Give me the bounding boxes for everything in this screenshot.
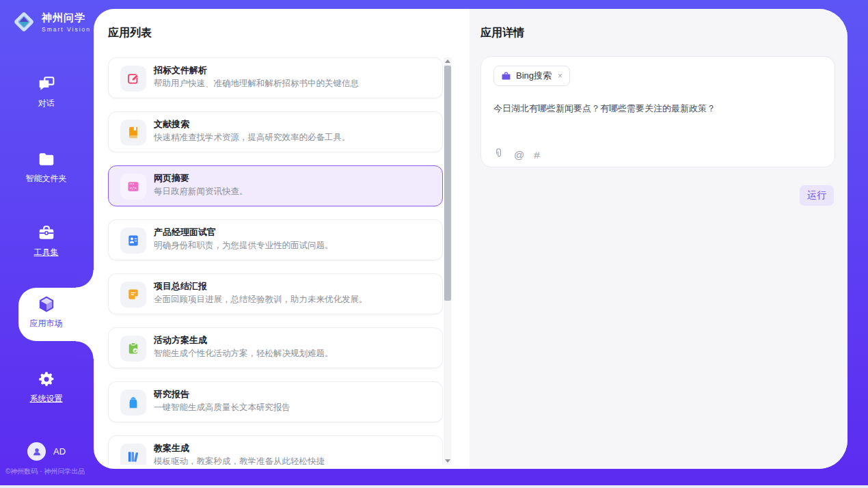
account-entry[interactable]: AD <box>27 442 66 461</box>
sidebar-item-label: 对话 <box>38 98 55 109</box>
app-card-web-summary-selected[interactable]: </> 网页摘要 每日政府新闻资讯快查。 <box>108 165 443 206</box>
card-title: 文献搜索 <box>154 118 189 131</box>
card-description: 模板驱动，教案秒成，教学准备从此轻松快捷 <box>154 456 325 465</box>
sidebar-item-label: 智能文件夹 <box>26 173 67 185</box>
app-detail-panel: 应用详情 Bing搜索 × 今日湖北有哪些新闻要点？有哪些需要关注的最新政策？ … <box>470 9 847 469</box>
app-card-project-summary[interactable]: 项目总结汇报 全面回顾项目进展，总结经验教训，助力未来优化发展。 <box>108 273 443 314</box>
scroll-up-icon[interactable] <box>445 59 450 63</box>
card-title: 产品经理面试官 <box>154 226 216 239</box>
list-scrollbar[interactable] <box>444 57 452 465</box>
app-card-research-report[interactable]: 研究报告 一键智能生成高质量长文本研究报告 <box>108 381 443 422</box>
app-window: 神州问学 Smart Vision 对话 智能文件夹 <box>0 0 868 488</box>
sticky-note-icon <box>120 282 146 308</box>
detail-panel-title: 应用详情 <box>480 26 524 40</box>
run-button[interactable]: 运行 <box>800 185 834 206</box>
app-card-activity-plan[interactable]: 活动方案生成 智能生成个性化活动方案，轻松解决规划难题。 <box>108 327 443 368</box>
sidebar-item-app-market[interactable]: 应用市场 <box>0 295 92 329</box>
brand-logo: 神州问学 Smart Vision <box>11 9 91 35</box>
card-title: 活动方案生成 <box>154 334 207 347</box>
tool-tag-bing-search[interactable]: Bing搜索 × <box>493 66 570 86</box>
card-description: 一键智能生成高质量长文本研究报告 <box>154 402 290 414</box>
card-description: 每日政府新闻资讯快查。 <box>154 186 248 198</box>
sidebar-item-toolset[interactable]: 工具集 <box>0 224 92 258</box>
window-bottom-edge <box>0 485 868 488</box>
card-description: 明确身份和职责，为您提供专业性的面试问题。 <box>154 240 334 252</box>
cube-icon <box>0 295 92 314</box>
brand-title: 神州问学 <box>42 12 91 25</box>
prompt-input-card[interactable]: Bing搜索 × 今日湖北有哪些新闻要点？有哪些需要关注的最新政策？ @ # <box>480 56 835 167</box>
gear-icon <box>0 370 92 390</box>
toolbox-icon <box>0 224 92 243</box>
pen-square-icon <box>120 66 146 92</box>
chat-icon <box>0 75 92 94</box>
tag-close-icon[interactable]: × <box>558 71 562 81</box>
app-card-list: 招标文件解析 帮助用户快速、准确地理解和解析招标书中的关键信息 文献搜索 快速精… <box>108 57 443 465</box>
app-card-pm-interviewer[interactable]: 产品经理面试官 明确身份和职责，为您提供专业性的面试问题。 <box>108 219 443 260</box>
sidebar-item-settings[interactable]: 系统设置 <box>0 370 92 405</box>
tool-tag-label: Bing搜索 <box>516 70 552 82</box>
hash-tag-icon[interactable]: # <box>534 149 539 161</box>
card-title: 项目总结汇报 <box>154 280 207 293</box>
app-card-lesson-plan[interactable]: 教案生成 模板驱动，教案秒成，教学准备从此轻松快捷 <box>108 435 443 465</box>
card-description: 快速精准查找学术资源，提高研究效率的必备工具。 <box>154 132 351 144</box>
card-description: 帮助用户快速、准确地理解和解析招标书中的关键信息 <box>154 78 359 90</box>
card-title: 教案生成 <box>154 442 189 455</box>
sidebar-item-label: 工具集 <box>34 247 59 258</box>
svg-text:</>: </> <box>130 186 137 190</box>
briefcase-icon <box>501 71 511 81</box>
query-text-input[interactable]: 今日湖北有哪些新闻要点？有哪些需要关注的最新政策？ <box>493 103 822 115</box>
folder-icon <box>0 150 92 170</box>
user-avatar-icon <box>31 446 42 457</box>
card-description: 全面回顾项目进展，总结经验教训，助力未来优化发展。 <box>154 294 368 306</box>
card-title: 网页摘要 <box>154 172 189 185</box>
sidebar-item-label: 系统设置 <box>30 393 63 405</box>
account-name: AD <box>53 446 66 457</box>
paperclip-icon[interactable] <box>493 148 504 162</box>
app-card-literature-search[interactable]: 文献搜索 快速精准查找学术资源，提高研究效率的必备工具。 <box>108 111 443 152</box>
scroll-down-icon[interactable] <box>445 459 450 463</box>
scrollbar-thumb[interactable] <box>444 66 451 301</box>
sidebar-item-smart-folder[interactable]: 智能文件夹 <box>0 150 92 185</box>
card-title: 招标文件解析 <box>154 64 207 77</box>
books-icon <box>120 444 146 465</box>
copyright-footer: ©神州数码 · 神州问学出品 <box>5 467 96 476</box>
sidebar-item-label: 应用市场 <box>30 318 63 329</box>
list-panel-title: 应用列表 <box>108 26 152 40</box>
browser-code-icon: </> <box>120 174 146 200</box>
sidebar-item-chat[interactable]: 对话 <box>0 75 92 109</box>
diamond-logo-icon <box>11 9 37 35</box>
clipboard-check-icon <box>120 336 146 362</box>
person-doc-icon <box>120 228 146 254</box>
at-mention-icon[interactable]: @ <box>514 149 524 161</box>
card-title: 研究报告 <box>154 388 189 401</box>
ink-bottle-icon <box>120 390 146 416</box>
app-card-bid-analysis[interactable]: 招标文件解析 帮助用户快速、准确地理解和解析招标书中的关键信息 <box>108 57 443 98</box>
book-icon <box>120 120 146 146</box>
brand-subtitle: Smart Vision <box>42 26 91 33</box>
card-description: 智能生成个性化活动方案，轻松解决规划难题。 <box>154 348 334 360</box>
avatar[interactable] <box>27 442 46 461</box>
